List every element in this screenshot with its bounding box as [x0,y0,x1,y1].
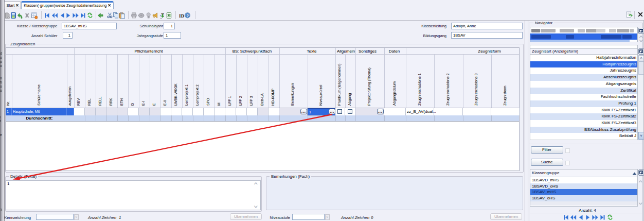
svg-text:xls: xls [160,18,162,20]
svg-text:?: ? [187,13,189,18]
